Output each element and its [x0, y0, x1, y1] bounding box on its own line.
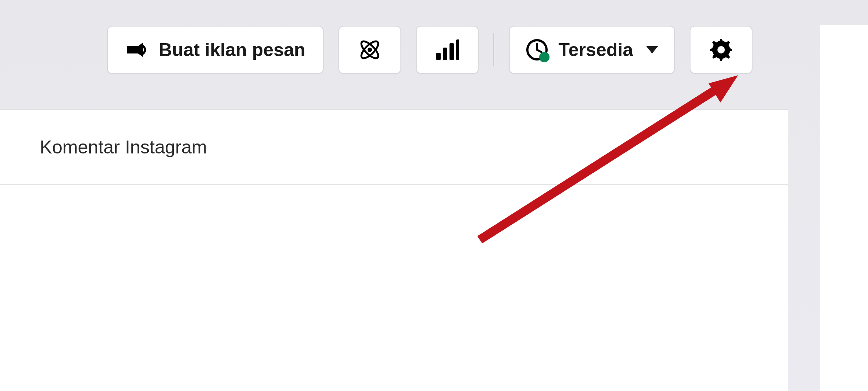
settings-button[interactable]: [690, 26, 752, 74]
toolbar: Buat iklan pesan: [107, 26, 752, 74]
svg-line-9: [537, 50, 541, 52]
gear-icon: [710, 39, 732, 61]
clock-status-icon: [526, 39, 548, 61]
content-panel: Komentar Instagram: [0, 110, 788, 391]
status-label: Tersedia: [558, 39, 633, 60]
svg-point-2: [368, 48, 372, 52]
bar-chart-icon: [435, 39, 459, 60]
svg-rect-6: [456, 39, 459, 60]
svg-rect-5: [450, 43, 454, 60]
svg-point-10: [717, 46, 725, 53]
svg-rect-4: [443, 48, 447, 60]
toolbar-divider: [493, 33, 494, 66]
availability-status-button[interactable]: Tersedia: [509, 26, 675, 74]
create-message-ad-button[interactable]: Buat iklan pesan: [107, 26, 324, 74]
atom-icon: [357, 37, 383, 63]
create-ad-label: Buat iklan pesan: [159, 39, 305, 60]
svg-rect-3: [436, 53, 441, 60]
atom-button[interactable]: [338, 26, 401, 74]
right-side-panel: [820, 25, 868, 391]
svg-marker-12: [709, 75, 738, 103]
content-title: Komentar Instagram: [40, 136, 788, 158]
megaphone-icon: [125, 41, 148, 59]
analytics-button[interactable]: [416, 26, 479, 74]
content-header: Komentar Instagram: [0, 110, 788, 185]
chevron-down-icon: [646, 46, 658, 53]
